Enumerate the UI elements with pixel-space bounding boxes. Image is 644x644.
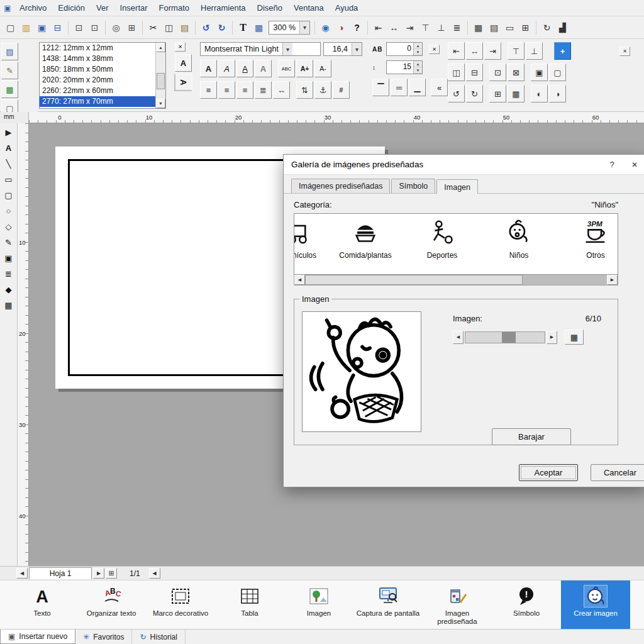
flip-horizontal-button[interactable]: ◐ xyxy=(531,85,548,103)
dialog-close-button[interactable]: ✕ xyxy=(623,155,644,175)
menu-item-archivo[interactable]: Archivo xyxy=(14,1,52,15)
bottom-tab-favoritos[interactable]: ✳Favoritos xyxy=(75,630,132,644)
dropdown-arrow-icon[interactable]: ▾ xyxy=(352,43,362,55)
bold-button[interactable]: A xyxy=(200,60,217,77)
category-item-ninos[interactable]: Niños xyxy=(480,219,557,260)
underline-button[interactable]: A xyxy=(236,60,253,77)
valign-top-button[interactable]: ▔ xyxy=(372,79,389,96)
category-scrollbar[interactable]: ◀ ▶ xyxy=(294,275,618,286)
view-guides-button[interactable]: ▤ xyxy=(486,19,502,35)
move-tool-button[interactable]: + xyxy=(554,42,571,60)
insert-item-f[interactable]: F xyxy=(630,580,644,629)
spacing-panel-close-button[interactable]: ✕ xyxy=(429,45,440,54)
scroll-left-icon[interactable]: ◀ xyxy=(294,275,305,285)
print-preview-button[interactable]: ◎ xyxy=(108,19,124,35)
scroll-down-icon[interactable]: ▼ xyxy=(156,99,165,108)
horizontal-text-box-button[interactable]: A xyxy=(175,54,192,72)
text-properties-button[interactable]: T xyxy=(235,19,251,35)
distribute-objects-button[interactable]: ≣ xyxy=(449,19,465,35)
menu-item-ayuda[interactable]: Ayuda xyxy=(330,1,364,15)
menu-item-formato[interactable]: Formato xyxy=(153,1,195,15)
cut-button[interactable]: ✂ xyxy=(145,19,161,35)
image-frame-tool[interactable]: ▣ xyxy=(1,250,16,266)
sheet-tab[interactable]: Hoja 1 xyxy=(29,567,92,579)
align-objects-left-button[interactable]: ⇤ xyxy=(448,42,465,60)
valign-bottom-button[interactable]: ▁ xyxy=(409,79,426,96)
previous-page-button[interactable]: ◀ xyxy=(149,568,160,579)
valign-middle-button[interactable]: ═ xyxy=(391,79,408,96)
spin-up-icon[interactable]: ▲ xyxy=(414,61,422,67)
scroll-up-icon[interactable]: ▲ xyxy=(156,43,165,52)
label-size-listbox[interactable]: 1212: 12mm x 12mm1438: 14mm x 38mm1850: … xyxy=(40,43,155,108)
screen-layout-button[interactable]: ▦ xyxy=(251,19,267,35)
category-item-deportes[interactable]: Deportes xyxy=(404,219,480,260)
align-center-button[interactable]: ≡ xyxy=(218,81,235,99)
align-objects-right-button[interactable]: ⇥ xyxy=(484,42,501,60)
copy-button[interactable]: ◫ xyxy=(161,19,177,35)
align-objects-top-button[interactable]: ⊤ xyxy=(508,42,525,60)
numbering-button[interactable]: # xyxy=(333,81,350,99)
spin-down-icon[interactable]: ▼ xyxy=(414,49,422,55)
category-strip[interactable]: hículosComida/plantasDeportesNiños3PMOtr… xyxy=(294,213,618,275)
cancel-button[interactable]: Cancelar xyxy=(591,464,644,481)
menu-item-herramienta[interactable]: Herramienta xyxy=(195,1,252,15)
font-size-select[interactable]: 16,4 ▾ xyxy=(323,42,362,56)
size-option[interactable]: 2770: 27mm x 70mm xyxy=(40,96,155,107)
bottom-tab-historial[interactable]: ↻Historial xyxy=(132,630,185,644)
vertical-text-button[interactable]: ⇅ xyxy=(296,81,313,99)
collapse-panel-button[interactable]: « xyxy=(431,79,448,96)
align-right-button[interactable]: ≡ xyxy=(236,81,253,99)
text-effects-button[interactable]: A xyxy=(255,60,272,77)
dropdown-arrow-icon[interactable]: ▾ xyxy=(282,43,292,55)
scrollbar-track[interactable] xyxy=(305,275,607,285)
image-prev-icon[interactable]: ◀ xyxy=(453,331,464,344)
barcode-tool[interactable]: ≣ xyxy=(1,266,16,282)
undo-button[interactable]: ↺ xyxy=(198,19,214,35)
insert-item-tabla[interactable]: Tabla xyxy=(215,580,284,629)
insert-item-crear-imagen[interactable]: Crear imagen xyxy=(561,580,630,629)
image-scrollbar-thumb[interactable] xyxy=(502,332,516,343)
rectangle-tool[interactable]: ▭ xyxy=(1,172,16,187)
tab-imagen[interactable]: Imagen xyxy=(436,179,478,194)
size-option[interactable]: 2260: 22mm x 60mm xyxy=(40,86,155,96)
align-center-objects-button[interactable]: ↔ xyxy=(386,19,402,35)
same-height-button[interactable]: ⊟ xyxy=(466,64,483,81)
size-option[interactable]: 1850: 18mm x 50mm xyxy=(40,64,155,75)
align-right-objects-button[interactable]: ⇥ xyxy=(402,19,418,35)
rounded-rectangle-tool[interactable]: ▢ xyxy=(1,187,16,203)
category-item-hiculos[interactable]: hículos xyxy=(294,219,327,260)
edit-layout-button[interactable]: ✎ xyxy=(1,62,18,79)
dialog-title-bar[interactable]: Galería de imágenes prediseñadas ? ✕ xyxy=(284,155,644,175)
italic-button[interactable]: A xyxy=(218,60,235,77)
same-width-button[interactable]: ◫ xyxy=(448,64,465,81)
insert-item-imagen-predisenada[interactable]: Imagen prediseñada xyxy=(423,580,492,629)
new-document-button[interactable]: ▢ xyxy=(3,19,18,35)
tab-simbolo[interactable]: Símbolo xyxy=(391,179,435,193)
scrollbar-thumb[interactable] xyxy=(305,275,523,285)
scrollbar-thumb[interactable] xyxy=(157,73,165,89)
text-tool[interactable]: A xyxy=(1,140,16,156)
freehand-tool[interactable]: ✎ xyxy=(1,235,16,250)
view-print-area-button[interactable]: ▭ xyxy=(502,19,518,35)
insert-item-texto[interactable]: ATexto xyxy=(8,580,77,629)
open-file-button[interactable]: ▥ xyxy=(18,19,34,35)
table-tool[interactable]: ▦ xyxy=(1,297,16,313)
context-help-button[interactable]: ? xyxy=(349,19,365,35)
object-crop-button[interactable]: ▟ xyxy=(555,19,570,35)
spin-down-icon[interactable]: ▼ xyxy=(414,67,422,74)
tab-imagenes-predisenadas[interactable]: Imágenes prediseñadas xyxy=(291,179,390,193)
dropdown-arrow-icon[interactable]: ▾ xyxy=(299,21,309,34)
panel-close-button[interactable]: ✕ xyxy=(619,47,630,56)
palette-button[interactable]: ▩ xyxy=(1,80,18,98)
send-backward-button[interactable]: ⊠ xyxy=(508,64,525,81)
menu-item-edicion[interactable]: Edición xyxy=(52,1,91,15)
polygon-tool[interactable]: ◇ xyxy=(1,219,16,235)
ok-button[interactable]: Aceptar xyxy=(519,464,578,481)
zoom-select[interactable]: 300 %▾ xyxy=(269,21,310,35)
image-scrollbar[interactable] xyxy=(465,331,545,343)
insert-item-simbolo[interactable]: !Símbolo xyxy=(492,580,561,629)
image-next-icon[interactable]: ▶ xyxy=(547,331,557,344)
spin-up-icon[interactable]: ▲ xyxy=(414,43,422,49)
print-setup-button[interactable]: ⊞ xyxy=(124,19,140,35)
rotate-left-button[interactable]: ↺ xyxy=(448,85,465,103)
